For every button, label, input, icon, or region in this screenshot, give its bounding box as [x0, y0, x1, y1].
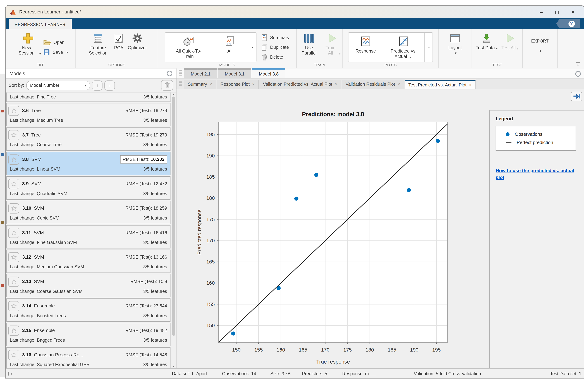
- summary-button[interactable]: Summary: [261, 34, 289, 42]
- section-models: All Quick-To-Train All: [158, 29, 296, 68]
- document-tab-model-2-1[interactable]: Model 2.1: [184, 68, 217, 78]
- favorite-star-button[interactable]: [8, 301, 19, 311]
- plot-tab-validation-predicted-vs-actual-plot[interactable]: Validation Predicted vs. Actual Plot×: [259, 80, 341, 89]
- close-tab-icon[interactable]: ×: [252, 82, 254, 87]
- train-all-play-icon: [327, 32, 337, 45]
- plot-tab-response-plot[interactable]: Response Plot×: [217, 80, 259, 89]
- model-list-item[interactable]: 3.7TreeRMSE (Test): 19.279Last change: C…: [6, 127, 170, 151]
- trash-icon: [261, 53, 268, 61]
- close-button[interactable]: ×: [571, 9, 575, 15]
- model-features: 3/5 features: [143, 264, 167, 269]
- undock-plot-button[interactable]: [571, 92, 582, 101]
- all-models-button[interactable]: All: [212, 33, 248, 62]
- pca-icon: [114, 32, 124, 45]
- plot-tab-validation-residuals-plot[interactable]: Validation Residuals Plot×: [342, 80, 404, 89]
- favorite-star-button[interactable]: [8, 106, 19, 116]
- collapse-ribbon-button[interactable]: ▴: [576, 62, 580, 66]
- help-link[interactable]: How to use the predicted vs. actual plot: [496, 167, 579, 181]
- open-button[interactable]: Open: [43, 39, 68, 46]
- dropdown-arrow-icon: ▾: [496, 47, 498, 50]
- favorite-star-button[interactable]: [8, 276, 19, 287]
- new-session-button[interactable]: New Session▾: [15, 32, 41, 56]
- sort-descending-button[interactable]: ↓: [92, 80, 103, 90]
- model-type: SVM: [34, 230, 44, 235]
- plot-tab-summary[interactable]: Summary×: [184, 80, 216, 89]
- model-features: 3/5 features: [143, 289, 167, 294]
- models-panel-title: Models: [9, 70, 25, 76]
- layout-button[interactable]: Layout ▾: [448, 32, 462, 55]
- maximize-button[interactable]: □: [555, 9, 559, 14]
- sort-by-select[interactable]: Model Number ▼: [26, 81, 90, 90]
- models-gallery-dropdown[interactable]: ▾: [248, 33, 256, 62]
- close-tab-icon[interactable]: ×: [469, 83, 471, 87]
- favorite-star-button[interactable]: [8, 179, 19, 189]
- model-list-item[interactable]: 3.12SVMRMSE (Test): 13.166Last change: M…: [6, 250, 170, 273]
- help-button[interactable]: ?: [556, 19, 580, 28]
- model-type: SVM: [31, 157, 42, 162]
- model-list-partial-item[interactable]: Last change: Fine Tree 3/5 features: [6, 92, 170, 102]
- delete-button[interactable]: Delete: [261, 53, 289, 61]
- document-tab-model-3-1[interactable]: Model 3.1: [218, 68, 251, 78]
- model-list-item[interactable]: 3.15EnsembleRMSE (Test): 19.482Last chan…: [6, 323, 170, 346]
- test-data-button[interactable]: Test Data▾: [476, 32, 498, 50]
- svg-text:175: 175: [343, 347, 352, 353]
- model-list-item[interactable]: 3.13SVMRMSE (Test): 10.8Last change: Coa…: [6, 274, 170, 297]
- document-tab-model-3-8[interactable]: Model 3.8: [252, 68, 285, 78]
- svg-text:Predictions: model 3.8: Predictions: model 3.8: [302, 111, 364, 117]
- optimizer-button[interactable]: Optimizer: [128, 32, 147, 50]
- response-plot-button[interactable]: Response: [348, 33, 383, 62]
- close-tab-icon[interactable]: ×: [398, 82, 400, 87]
- collapse-panel-button[interactable]: ◄: [8, 372, 13, 375]
- close-tab-icon[interactable]: ×: [335, 82, 337, 87]
- model-list-item[interactable]: 3.9SVMRMSE (Test): 12.472Last change: Qu…: [6, 176, 170, 200]
- plot-tab-test-predicted-vs-actual-plot[interactable]: Test Predicted vs. Actual Plot×: [404, 80, 476, 89]
- export-button[interactable]: EXPORT ▾: [531, 38, 549, 53]
- models-scrollbar[interactable]: ▲ ▼: [171, 92, 176, 368]
- favorite-star-button[interactable]: [8, 325, 19, 336]
- use-parallel-button[interactable]: Use Parallel: [298, 32, 320, 56]
- delete-model-button[interactable]: [161, 80, 173, 90]
- section-label-train: TRAIN: [297, 63, 343, 67]
- pca-button[interactable]: PCA: [114, 32, 124, 50]
- favorite-star-button[interactable]: [8, 350, 19, 360]
- tab-strip-grip-handle[interactable]: [176, 81, 184, 89]
- save-button[interactable]: Save ▾: [43, 48, 68, 56]
- panel-options-icon[interactable]: [167, 70, 172, 76]
- model-list-item[interactable]: 3.6TreeRMSE (Test): 19.279Last change: M…: [6, 103, 170, 126]
- plots-gallery-dropdown[interactable]: ▾: [424, 33, 432, 62]
- model-last-change: Last change: Cubic SVM: [10, 215, 59, 221]
- save-icon: [43, 48, 50, 56]
- model-list-item[interactable]: 3.11SVMRMSE (Test): 16.416Last change: F…: [6, 225, 170, 248]
- tab-regression-learner[interactable]: REGRESSION LEARNER: [9, 19, 71, 29]
- section-test: Test Data▾ Test All▾ TEST: [472, 29, 523, 68]
- model-rmse: RMSE (Test): 19.279: [125, 108, 167, 113]
- feature-selection-button[interactable]: Feature Selection: [86, 32, 110, 56]
- scroll-down-icon[interactable]: ▼: [172, 365, 175, 368]
- model-type: Tree: [31, 108, 41, 113]
- model-list-item[interactable]: 3.14EnsembleRMSE (Test): 23.644Last chan…: [6, 298, 170, 322]
- sort-ascending-button[interactable]: ↑: [105, 80, 115, 90]
- star-icon: [10, 181, 17, 187]
- close-tab-icon[interactable]: ×: [210, 82, 212, 87]
- tab-strip-grip-handle[interactable]: [176, 70, 184, 78]
- favorite-star-button[interactable]: [8, 252, 19, 262]
- dropdown-arrow-icon: ▾: [517, 47, 519, 50]
- favorite-star-button[interactable]: [8, 154, 19, 164]
- section-layout: Layout ▾: [439, 29, 472, 68]
- model-list-item[interactable]: 3.8SVMRMSE (Test): 10.203Last change: Li…: [6, 152, 170, 175]
- all-quick-to-train-label: All Quick-To-Train: [171, 48, 206, 59]
- star-icon: [10, 229, 17, 236]
- model-list-item[interactable]: 3.10SVMRMSE (Test): 18.259Last change: C…: [6, 201, 170, 224]
- duplicate-button[interactable]: Duplicate: [261, 44, 289, 51]
- predicted-vs-actual-button[interactable]: Predicted vs. Actual …: [383, 33, 424, 62]
- favorite-star-button[interactable]: [8, 227, 19, 238]
- favorite-star-button[interactable]: [8, 130, 19, 140]
- panel-options-icon[interactable]: [575, 71, 581, 77]
- scrollbar-thumb[interactable]: [172, 97, 175, 336]
- model-list-item[interactable]: 3.16Gaussian Process Re...RMSE (Test): 1…: [6, 347, 170, 368]
- scroll-up-icon[interactable]: ▲: [172, 92, 175, 96]
- legend-entry-perfect-prediction: Perfect prediction: [499, 138, 573, 147]
- minimize-button[interactable]: –: [540, 9, 543, 14]
- all-quick-to-train-button[interactable]: All Quick-To-Train: [165, 33, 212, 62]
- favorite-star-button[interactable]: [8, 203, 19, 213]
